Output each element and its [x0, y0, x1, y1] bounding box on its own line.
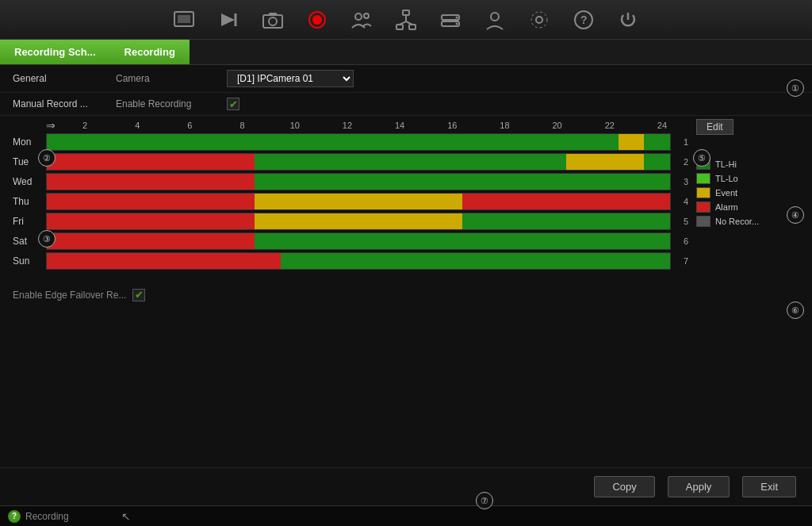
schedule-block[interactable]	[73, 213, 99, 229]
schedule-block[interactable]	[73, 194, 99, 209]
schedule-block[interactable]	[228, 154, 255, 170]
schedule-block[interactable]	[255, 213, 281, 229]
schedule-block[interactable]	[124, 194, 151, 209]
schedule-block[interactable]	[619, 233, 645, 249]
schedule-block[interactable]	[255, 194, 281, 209]
schedule-block[interactable]	[462, 233, 488, 249]
schedule-block[interactable]	[385, 134, 411, 150]
schedule-block[interactable]	[566, 253, 592, 269]
schedule-block[interactable]	[619, 194, 645, 209]
day-blocks[interactable]	[46, 232, 671, 250]
schedule-block[interactable]	[228, 134, 255, 150]
schedule-block[interactable]	[177, 253, 203, 269]
schedule-block[interactable]	[332, 253, 358, 269]
schedule-block[interactable]	[99, 233, 125, 249]
schedule-block[interactable]	[566, 134, 592, 150]
schedule-block[interactable]	[332, 233, 358, 249]
schedule-block[interactable]	[644, 253, 670, 269]
schedule-block[interactable]	[644, 213, 670, 229]
schedule-block[interactable]	[99, 134, 125, 150]
schedule-block[interactable]	[592, 213, 619, 229]
day-blocks[interactable]	[46, 213, 671, 230]
schedule-block[interactable]	[540, 194, 566, 209]
tab-recording[interactable]: Recording	[110, 40, 190, 64]
schedule-block[interactable]	[619, 134, 645, 150]
account-icon[interactable]	[480, 5, 510, 35]
schedule-block[interactable]	[540, 253, 566, 269]
system-icon[interactable]	[524, 5, 554, 35]
schedule-block[interactable]	[203, 134, 229, 150]
schedule-block[interactable]	[411, 134, 437, 150]
schedule-block[interactable]	[332, 194, 358, 209]
schedule-block[interactable]	[540, 154, 566, 170]
schedule-block[interactable]	[177, 134, 203, 150]
schedule-block[interactable]	[124, 253, 151, 269]
schedule-block[interactable]	[540, 134, 566, 150]
schedule-block[interactable]	[566, 174, 592, 190]
help-icon[interactable]: ?	[569, 5, 599, 35]
schedule-block[interactable]	[385, 213, 411, 229]
power-icon[interactable]	[613, 5, 643, 35]
schedule-block[interactable]	[124, 174, 151, 190]
schedule-block[interactable]	[592, 154, 619, 170]
schedule-block[interactable]	[436, 134, 462, 150]
schedule-block[interactable]	[515, 253, 541, 269]
schedule-block[interactable]	[203, 233, 229, 249]
schedule-block[interactable]	[255, 253, 281, 269]
schedule-block[interactable]	[47, 253, 73, 269]
schedule-block[interactable]	[462, 154, 488, 170]
schedule-block[interactable]	[228, 213, 255, 229]
schedule-block[interactable]	[644, 134, 670, 150]
live-view-icon[interactable]	[169, 5, 199, 35]
schedule-block[interactable]	[332, 174, 358, 190]
schedule-block[interactable]	[99, 253, 125, 269]
schedule-block[interactable]	[619, 213, 645, 229]
schedule-block[interactable]	[307, 213, 333, 229]
enable-recording-checkbox[interactable]: ✔	[227, 98, 239, 110]
failover-checkbox[interactable]: ✔	[132, 289, 145, 301]
schedule-block[interactable]	[307, 194, 333, 209]
schedule-block[interactable]	[411, 194, 437, 209]
schedule-block[interactable]	[488, 154, 515, 170]
schedule-block[interactable]	[99, 194, 125, 209]
schedule-block[interactable]	[411, 233, 437, 249]
schedule-block[interactable]	[462, 253, 488, 269]
camera-icon[interactable]	[258, 5, 288, 35]
schedule-block[interactable]	[515, 194, 541, 209]
schedule-block[interactable]	[515, 213, 541, 229]
schedule-block[interactable]	[203, 253, 229, 269]
schedule-block[interactable]	[124, 134, 151, 150]
schedule-block[interactable]	[436, 174, 462, 190]
schedule-block[interactable]	[307, 253, 333, 269]
schedule-block[interactable]	[47, 213, 73, 229]
schedule-block[interactable]	[332, 134, 358, 150]
schedule-block[interactable]	[177, 174, 203, 190]
schedule-block[interactable]	[307, 134, 333, 150]
schedule-block[interactable]	[515, 134, 541, 150]
schedule-block[interactable]	[566, 213, 592, 229]
schedule-block[interactable]	[73, 174, 99, 190]
schedule-block[interactable]	[281, 154, 307, 170]
schedule-block[interactable]	[73, 233, 99, 249]
schedule-block[interactable]	[307, 154, 333, 170]
schedule-block[interactable]	[99, 154, 125, 170]
schedule-block[interactable]	[203, 174, 229, 190]
schedule-block[interactable]	[385, 174, 411, 190]
schedule-block[interactable]	[203, 194, 229, 209]
schedule-block[interactable]	[540, 233, 566, 249]
schedule-block[interactable]	[358, 194, 385, 209]
schedule-block[interactable]	[592, 233, 619, 249]
schedule-block[interactable]	[436, 213, 462, 229]
schedule-block[interactable]	[644, 194, 670, 209]
schedule-block[interactable]	[47, 174, 73, 190]
schedule-block[interactable]	[488, 174, 515, 190]
playback-icon[interactable]	[213, 5, 243, 35]
schedule-block[interactable]	[307, 233, 333, 249]
schedule-block[interactable]	[488, 194, 515, 209]
schedule-block[interactable]	[644, 154, 670, 170]
schedule-block[interactable]	[462, 213, 488, 229]
schedule-block[interactable]	[436, 154, 462, 170]
schedule-block[interactable]	[385, 194, 411, 209]
schedule-block[interactable]	[488, 134, 515, 150]
schedule-block[interactable]	[151, 174, 177, 190]
